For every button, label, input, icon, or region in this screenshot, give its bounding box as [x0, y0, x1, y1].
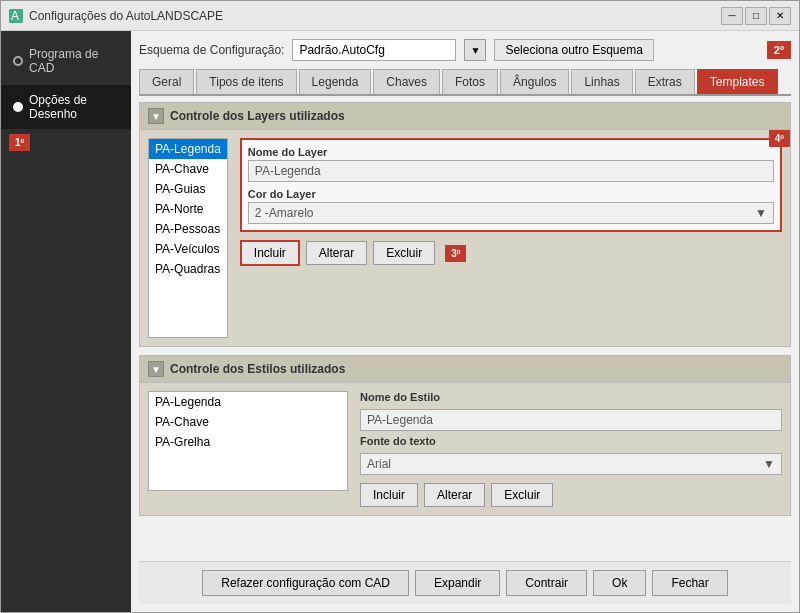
- tab-legenda[interactable]: Legenda: [299, 69, 372, 94]
- list-item[interactable]: PA-Pessoas: [149, 219, 227, 239]
- styles-incluir-btn[interactable]: Incluir: [360, 483, 418, 507]
- sidebar: Programa de CAD Opções de Desenho 1º: [1, 31, 131, 612]
- tab-tipos[interactable]: Tipos de itens: [196, 69, 296, 94]
- layers-field-group: Nome do Layer Cor do Layer 2 -Amarelo ▼: [240, 138, 782, 232]
- layers-excluir-btn[interactable]: Excluir: [373, 241, 435, 265]
- styles-panel-content: PA-Legenda PA-Chave PA-Grelha Nome do Es…: [140, 383, 790, 515]
- list-item[interactable]: PA-Veículos: [149, 239, 227, 259]
- footer-bar: Refazer configuração com CAD Expandir Co…: [139, 561, 791, 604]
- list-item[interactable]: PA-Chave: [149, 412, 347, 432]
- layers-panel-content: PA-Legenda PA-Chave PA-Guias PA-Norte PA…: [140, 130, 790, 346]
- fechar-btn[interactable]: Fechar: [652, 570, 727, 596]
- tab-geral[interactable]: Geral: [139, 69, 194, 94]
- contrair-btn[interactable]: Contrair: [506, 570, 587, 596]
- minimize-button[interactable]: ─: [721, 7, 743, 25]
- layers-nome-input[interactable]: [248, 160, 774, 182]
- styles-fonte-label: Fonte do texto: [360, 435, 782, 447]
- title-bar: A Configurações do AutoLANDSCAPE ─ □ ✕: [1, 1, 799, 31]
- styles-panel-title: Controle dos Estilos utilizados: [170, 362, 345, 376]
- styles-excluir-btn[interactable]: Excluir: [491, 483, 553, 507]
- layers-panel: ▼ Controle dos Layers utilizados PA-Lege…: [139, 102, 791, 347]
- schema-row: Esquema de Configuração: ▼ Seleciona out…: [139, 39, 791, 61]
- badge-2: 2º: [767, 41, 791, 59]
- list-item[interactable]: PA-Guias: [149, 179, 227, 199]
- window-title: Configurações do AutoLANDSCAPE: [29, 9, 223, 23]
- badge-3: 3º: [445, 245, 466, 262]
- layers-nome-label: Nome do Layer: [248, 146, 774, 158]
- styles-action-btns: Incluir Alterar Excluir: [360, 483, 782, 507]
- styles-fonte-select[interactable]: Arial ▼: [360, 453, 782, 475]
- schema-label: Esquema de Configuração:: [139, 43, 284, 57]
- badge-1: 1º: [9, 134, 30, 151]
- window-controls: ─ □ ✕: [721, 7, 791, 25]
- layers-cor-select[interactable]: 2 -Amarelo ▼: [248, 202, 774, 224]
- schema-input[interactable]: [292, 39, 456, 61]
- list-item[interactable]: PA-Legenda: [149, 392, 347, 412]
- maximize-button[interactable]: □: [745, 7, 767, 25]
- list-item[interactable]: PA-Quadras: [149, 259, 227, 279]
- layers-incluir-btn[interactable]: Incluir: [240, 240, 300, 266]
- sidebar-label-opcoes: Opções de Desenho: [29, 93, 119, 121]
- layers-cor-label: Cor do Layer: [248, 188, 774, 200]
- styles-list[interactable]: PA-Legenda PA-Chave PA-Grelha: [148, 391, 348, 491]
- sidebar-label-cad: Programa de CAD: [29, 47, 119, 75]
- schema-icon-btn[interactable]: ▼: [464, 39, 486, 61]
- main-window: A Configurações do AutoLANDSCAPE ─ □ ✕ P…: [0, 0, 800, 613]
- layers-action-btns: Incluir Alterar Excluir 3º: [240, 240, 782, 266]
- styles-alterar-btn[interactable]: Alterar: [424, 483, 485, 507]
- sidebar-item-cad[interactable]: Programa de CAD: [1, 39, 131, 83]
- ok-btn[interactable]: Ok: [593, 570, 646, 596]
- main-panel: Esquema de Configuração: ▼ Seleciona out…: [131, 31, 799, 612]
- schema-select-btn[interactable]: Seleciona outro Esquema: [494, 39, 653, 61]
- layers-list[interactable]: PA-Legenda PA-Chave PA-Guias PA-Norte PA…: [148, 138, 228, 338]
- dropdown-arrow-icon: ▼: [763, 457, 775, 471]
- list-item[interactable]: PA-Chave: [149, 159, 227, 179]
- styles-panel-header: ▼ Controle dos Estilos utilizados: [140, 356, 790, 383]
- expandir-btn[interactable]: Expandir: [415, 570, 500, 596]
- layers-expand-btn[interactable]: ▼: [148, 108, 164, 124]
- refazer-btn[interactable]: Refazer configuração com CAD: [202, 570, 409, 596]
- layers-panel-header: ▼ Controle dos Layers utilizados: [140, 103, 790, 130]
- styles-expand-btn[interactable]: ▼: [148, 361, 164, 377]
- tab-extras[interactable]: Extras: [635, 69, 695, 94]
- radio-cad: [13, 56, 23, 66]
- layers-panel-title: Controle dos Layers utilizados: [170, 109, 345, 123]
- close-button[interactable]: ✕: [769, 7, 791, 25]
- sidebar-item-opcoes[interactable]: Opções de Desenho: [1, 85, 131, 129]
- styles-nome-input[interactable]: [360, 409, 782, 431]
- styles-nome-label: Nome do Estilo: [360, 391, 782, 403]
- tab-angulos[interactable]: Ângulos: [500, 69, 569, 94]
- styles-panel: ▼ Controle dos Estilos utilizados PA-Leg…: [139, 355, 791, 516]
- list-item[interactable]: PA-Grelha: [149, 432, 347, 452]
- tab-templates[interactable]: Templates: [697, 69, 778, 94]
- badge-4: 4º: [769, 130, 790, 147]
- tab-chaves[interactable]: Chaves: [373, 69, 440, 94]
- layers-field-panel: Nome do Layer Cor do Layer 2 -Amarelo ▼ …: [240, 138, 782, 338]
- dropdown-arrow-icon: ▼: [755, 206, 767, 220]
- svg-text:A: A: [11, 9, 19, 23]
- radio-opcoes: [13, 102, 23, 112]
- layers-cor-value: 2 -Amarelo: [255, 206, 314, 220]
- styles-fonte-value: Arial: [367, 457, 391, 471]
- tab-fotos[interactable]: Fotos: [442, 69, 498, 94]
- tab-linhas[interactable]: Linhas: [571, 69, 632, 94]
- app-icon: A: [9, 9, 23, 23]
- tabs-bar: Geral Tipos de itens Legenda Chaves Foto…: [139, 69, 791, 96]
- list-item[interactable]: PA-Legenda: [149, 139, 227, 159]
- content-area: Programa de CAD Opções de Desenho 1º Esq…: [1, 31, 799, 612]
- list-item[interactable]: PA-Norte: [149, 199, 227, 219]
- styles-field-panel: Nome do Estilo Fonte do texto Arial ▼ In…: [360, 391, 782, 507]
- title-bar-left: A Configurações do AutoLANDSCAPE: [9, 9, 223, 23]
- layers-alterar-btn[interactable]: Alterar: [306, 241, 367, 265]
